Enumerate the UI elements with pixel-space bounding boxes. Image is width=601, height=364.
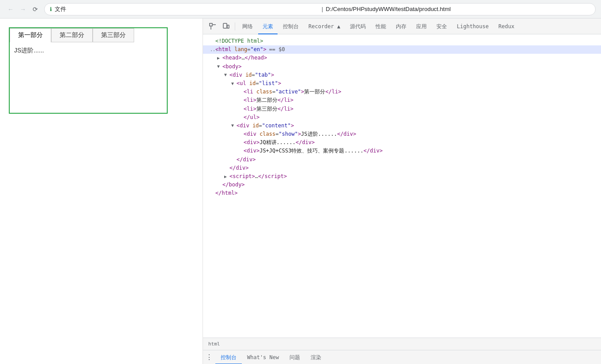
dollar-zero: == $0 [269,45,285,54]
tab-widget: 第一部分 第二部分 第三部分 JS进阶...... [9,27,168,114]
toggle-body-close [217,182,222,189]
tree-line-li-2[interactable]: <li> 第二部分 </li> [203,96,601,104]
toggle-li-1 [238,89,244,96]
tree-line-li-1[interactable]: <li class="active" > 第一部分 </li> [203,88,601,96]
preview-pane: 第一部分 第二部分 第三部分 JS进阶...... [0,19,203,364]
tab-header-1[interactable]: 第一部分 [10,28,51,42]
bottom-tab-menu-dots[interactable]: ⋮ [203,350,215,364]
toggle-li-3 [238,105,244,112]
toggle-ul-close [238,114,244,121]
tab-security[interactable]: 安全 [432,19,451,34]
tab-lighthouse[interactable]: Lighthouse [452,19,493,34]
svg-rect-3 [223,23,227,28]
reload-button[interactable]: ⟳ [30,4,41,15]
toggle-div-js [238,148,244,155]
tab-performance[interactable]: 性能 [371,19,391,34]
tree-line-ul-close[interactable]: </ul> [203,113,601,122]
tab-headers: 第一部分 第二部分 第三部分 [10,28,167,42]
toggle-html[interactable]: ... [210,46,215,53]
address-bar[interactable]: ℹ 文件 | D:/Centos/PHPstudyWWW/testData/pr… [44,3,596,15]
tree-line-html[interactable]: ... <html lang="en" > == $0 [203,45,601,54]
toggle-script[interactable]: ▶ [224,173,229,180]
bottom-tab-console[interactable]: 控制台 [215,350,242,364]
address-text: 文件 [55,5,319,13]
tab-memory[interactable]: 内存 [391,19,411,34]
security-icon: ℹ [50,6,52,12]
devtools-bottom-tabs: ⋮ 控制台 What's New 问题 渲染 [203,350,601,364]
tab-network[interactable]: 网络 [238,19,257,34]
doctype-text: <!DOCTYPE html> [215,37,263,45]
back-button[interactable]: ← [5,4,16,15]
tab-elements[interactable]: 元素 [258,19,278,34]
tab-recorder[interactable]: Recorder ▲ [304,19,345,34]
toggle-div-jq [238,139,244,146]
tree-line-div-jq[interactable]: <div> JQ精讲...... </div> [203,138,601,147]
toggle-head[interactable]: ▶ [217,55,222,62]
tree-line-div-close-content[interactable]: </div> [203,156,601,164]
toolbar-divider [235,22,235,30]
tab-content-text: JS进阶...... [14,47,44,54]
toggle-div-tab[interactable]: ▼ [224,71,229,78]
tab-application[interactable]: 应用 [412,19,431,34]
html-tree: <!DOCTYPE html> ... <html lang="en" > ==… [203,34,601,338]
address-separator: | [322,6,323,12]
tree-line-html-close[interactable]: </html> [203,189,601,197]
devtools-pane: 网络 元素 控制台 Recorder ▲ 源代码 性能 内存 应用 安全 Lig… [203,19,601,364]
toggle-li-2 [238,97,244,104]
tab-sources[interactable]: 源代码 [346,19,370,34]
toggle-html-close [210,190,215,197]
bottom-tab-issues[interactable]: 问题 [284,350,305,364]
tab-content-area: JS进阶...... [10,42,167,113]
svg-rect-0 [210,23,212,26]
tree-line-head[interactable]: ▶ <head> … </head> [203,54,601,62]
tree-line-body-open[interactable]: ▼ <body> [203,63,601,71]
devtools-bottom-bar: html [203,338,601,350]
toggle-div-close-content [231,156,237,163]
tree-line-div-show[interactable]: <div class="show" > JS进阶...... </div> [203,130,601,138]
toggle-div-show [238,131,244,138]
nav-buttons: ← → ⟳ [5,4,41,15]
tree-line-ul-list[interactable]: ▼ <ul id="list" > [203,79,601,88]
tab-console[interactable]: 控制台 [278,19,303,34]
tree-line-li-3[interactable]: <li> 第三部分 </li> [203,105,601,113]
toggle-body[interactable]: ▼ [217,63,222,70]
tree-line-div-content[interactable]: ▼ <div id="content" > [203,122,601,130]
tab-header-3[interactable]: 第三部分 [93,28,134,42]
tree-line-div-tab[interactable]: ▼ <div id="tab" > [203,71,601,79]
forward-button[interactable]: → [18,4,28,15]
breadcrumb-html[interactable]: html [207,341,222,347]
tab-header-2[interactable]: 第二部分 [51,28,93,42]
main-layout: 第一部分 第二部分 第三部分 JS进阶...... [0,19,601,364]
tree-line-div-close-tab[interactable]: </div> [203,164,601,172]
tab-redux[interactable]: Redux [494,19,519,34]
toggle-div-content[interactable]: ▼ [231,122,237,129]
tree-line-script[interactable]: ▶ <script> … </script> [203,172,601,181]
tree-line-div-js[interactable]: <div> JS+JQ+CSS3特效、技巧、案例专题...... </div> [203,147,601,155]
bottom-tab-whatsnew[interactable]: What's New [242,350,284,364]
device-toggle-button[interactable] [220,20,232,33]
address-url: D:/Centos/PHPstudyWWW/testData/product.h… [326,6,590,12]
toggle-doctype [210,38,215,45]
browser-chrome: ← → ⟳ ℹ 文件 | D:/Centos/PHPstudyWWW/testD… [0,0,601,19]
devtools-toolbar: 网络 元素 控制台 Recorder ▲ 源代码 性能 内存 应用 安全 Lig… [203,19,601,34]
svg-rect-4 [227,25,229,28]
element-picker-button[interactable] [207,20,219,33]
tree-line-doctype[interactable]: <!DOCTYPE html> [203,37,601,45]
bottom-tab-render[interactable]: 渲染 [305,350,327,364]
tree-line-body-close[interactable]: </body> [203,181,601,189]
toggle-div-close-tab [224,164,229,171]
toggle-ul-list[interactable]: ▼ [231,80,237,87]
